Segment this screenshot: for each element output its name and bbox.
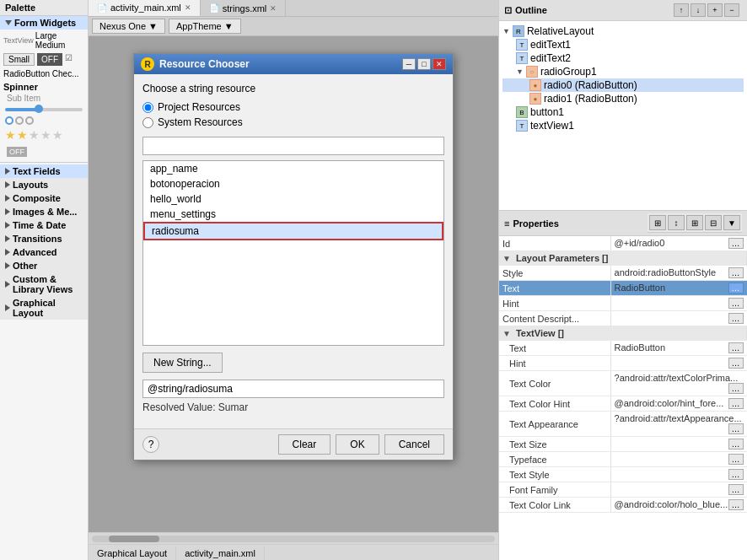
- prop-row-style[interactable]: Style android:radioButtonStyle …: [499, 266, 747, 281]
- toggle-button[interactable]: OFF: [37, 53, 62, 66]
- prop-value-tv-text[interactable]: RadioButton …: [610, 341, 746, 356]
- prop-value-tv-hint[interactable]: …: [610, 356, 746, 371]
- help-button[interactable]: ?: [142, 436, 159, 453]
- scrollbar-thumb[interactable]: [109, 536, 159, 542]
- tab-activity-main-close[interactable]: ✕: [185, 3, 191, 12]
- horizontal-scrollbar[interactable]: [89, 532, 498, 544]
- prop-value-hint[interactable]: …: [610, 296, 746, 311]
- list-item-hello-world[interactable]: hello_world: [143, 191, 443, 207]
- prop-value-tv-color-hint[interactable]: @android:color/hint_fore... …: [610, 396, 746, 412]
- tree-item-button1[interactable]: B button1: [502, 105, 744, 119]
- section-time[interactable]: Time & Date: [0, 218, 88, 232]
- prop-dots-tv-color-link[interactable]: …: [728, 499, 744, 510]
- string-value-input[interactable]: [142, 380, 444, 398]
- prop-dots-tv-hint[interactable]: …: [728, 358, 744, 369]
- prop-dots-style[interactable]: …: [728, 267, 744, 278]
- bottom-tab-activity-main[interactable]: activity_main.xml: [176, 547, 265, 560]
- tree-item-radio-group1[interactable]: ▼ ○ radioGroup1: [502, 65, 744, 78]
- prop-value-tv-text-color[interactable]: ?android:attr/textColorPrima... …: [610, 371, 746, 396]
- props-tool-expand[interactable]: ⊞: [686, 215, 703, 230]
- prop-dots-tv-text[interactable]: …: [728, 342, 744, 353]
- clear-button[interactable]: Clear: [278, 434, 331, 455]
- prop-dots-tv-size[interactable]: …: [728, 439, 744, 450]
- props-tool-filter[interactable]: ⊞: [649, 215, 666, 230]
- section-custom-library[interactable]: Custom & Library Views: [0, 272, 88, 296]
- section-other[interactable]: Other: [0, 259, 88, 272]
- tree-item-edit-text1[interactable]: T editText1: [502, 38, 744, 51]
- prop-dots-tv-appearance[interactable]: …: [728, 423, 744, 434]
- section-layouts[interactable]: Layouts: [0, 178, 88, 191]
- prop-row-tv-text-style[interactable]: Text Style …: [499, 467, 747, 482]
- tab-strings[interactable]: 📄 strings.xml ✕: [201, 0, 287, 16]
- prop-row-tv-typeface[interactable]: Typeface …: [499, 452, 747, 467]
- search-input[interactable]: [142, 137, 444, 155]
- section-advanced[interactable]: Advanced: [0, 245, 88, 259]
- prop-value-tv-typeface[interactable]: …: [610, 452, 746, 467]
- prop-value-tv-font-family[interactable]: …: [610, 482, 746, 498]
- dialog-minimize-button[interactable]: ─: [402, 58, 416, 70]
- prop-value-content-desc[interactable]: …: [610, 311, 746, 326]
- prop-row-tv-color-link[interactable]: Text Color Link @android:color/holo_blue…: [499, 498, 747, 513]
- prop-value-tv-text-style[interactable]: …: [610, 467, 746, 482]
- props-tool-more[interactable]: ▼: [723, 215, 740, 230]
- new-string-button[interactable]: New String...: [142, 353, 223, 373]
- outline-tool-1[interactable]: ↑: [674, 3, 689, 17]
- prop-value-text[interactable]: RadioButton …: [610, 281, 746, 296]
- dialog-maximize-button[interactable]: □: [417, 58, 431, 70]
- section-composite[interactable]: Composite: [0, 191, 88, 205]
- prop-row-content-desc[interactable]: Content Descript... …: [499, 311, 747, 326]
- prop-dots-tv-text-color[interactable]: …: [728, 383, 744, 394]
- prop-value-tv-color-link[interactable]: @android:color/holo_blue... …: [610, 498, 746, 513]
- props-tool-collapse[interactable]: ⊟: [705, 215, 722, 230]
- list-item-botonoperacion[interactable]: botonoperacion: [143, 176, 443, 191]
- tab-strings-close[interactable]: ✕: [270, 4, 277, 13]
- prop-dots-hint[interactable]: …: [728, 298, 744, 309]
- prop-value-tv-appearance[interactable]: ?android:attr/textAppearance... …: [610, 412, 746, 437]
- prop-dots-tv-typeface[interactable]: …: [728, 454, 744, 465]
- prop-section-layout-params[interactable]: ▼ Layout Parameters []: [499, 251, 747, 266]
- prop-row-tv-hint[interactable]: Hint …: [499, 356, 747, 371]
- list-item-menu-settings[interactable]: menu_settings: [143, 207, 443, 222]
- prop-row-tv-font-family[interactable]: Font Family …: [499, 482, 747, 498]
- prop-dots-text[interactable]: …: [728, 283, 744, 293]
- section-transitions[interactable]: Transitions: [0, 232, 88, 245]
- tree-item-radio0[interactable]: ● radio0 (RadioButton): [502, 78, 744, 92]
- prop-dots-tv-font-family[interactable]: …: [728, 484, 744, 495]
- ok-button[interactable]: OK: [336, 434, 379, 455]
- prop-value-style[interactable]: android:radioButtonStyle …: [610, 266, 746, 281]
- section-images[interactable]: Images & Me...: [0, 205, 88, 218]
- tab-activity-main[interactable]: 📄 activity_main.xml ✕: [89, 0, 201, 16]
- prop-row-id[interactable]: Id @+id/radio0 …: [499, 236, 747, 251]
- dialog-close-button[interactable]: ✕: [433, 58, 446, 70]
- prop-section-textview[interactable]: ▼ TextView []: [499, 326, 747, 341]
- prop-row-tv-text[interactable]: Text RadioButton …: [499, 341, 747, 356]
- section-text-fields[interactable]: Text Fields: [0, 164, 88, 178]
- outline-tool-2[interactable]: ↓: [691, 3, 706, 17]
- tree-item-text-view1[interactable]: T textView1: [502, 119, 744, 132]
- radio-system-input[interactable]: [142, 117, 153, 128]
- radio-project-input[interactable]: [142, 102, 153, 113]
- apptheme-dropdown[interactable]: AppTheme ▼: [169, 19, 241, 34]
- prop-row-hint[interactable]: Hint …: [499, 296, 747, 311]
- tree-item-relative-layout[interactable]: ▼ R RelativeLayout: [502, 24, 744, 38]
- tree-item-radio1[interactable]: ● radio1 (RadioButton): [502, 92, 744, 105]
- prop-row-text[interactable]: Text RadioButton …: [499, 281, 747, 296]
- prop-value-tv-size[interactable]: …: [610, 437, 746, 452]
- prop-dots-content-desc[interactable]: …: [728, 313, 744, 324]
- prop-dots-tv-text-style[interactable]: …: [728, 469, 744, 480]
- section-graphical-layout[interactable]: Graphical Layout: [0, 296, 88, 320]
- prop-row-tv-size[interactable]: Text Size …: [499, 437, 747, 452]
- props-tool-sort[interactable]: ↕: [668, 215, 685, 230]
- section-form-widgets[interactable]: Form Widgets: [0, 16, 88, 30]
- prop-dots-id[interactable]: …: [728, 238, 744, 249]
- small-button[interactable]: Small: [3, 53, 35, 66]
- nexus-dropdown[interactable]: Nexus One ▼: [92, 19, 165, 34]
- outline-tool-3[interactable]: +: [707, 3, 723, 17]
- outline-tool-4[interactable]: −: [724, 3, 739, 17]
- tree-item-edit-text2[interactable]: T editText2: [502, 51, 744, 65]
- list-item-app-name[interactable]: app_name: [143, 161, 443, 176]
- prop-value-id[interactable]: @+id/radio0 …: [610, 236, 746, 251]
- prop-row-tv-appearance[interactable]: Text Appearance ?android:attr/textAppear…: [499, 412, 747, 437]
- prop-row-tv-color-hint[interactable]: Text Color Hint @android:color/hint_fore…: [499, 396, 747, 412]
- prop-dots-tv-color-hint[interactable]: …: [728, 398, 744, 409]
